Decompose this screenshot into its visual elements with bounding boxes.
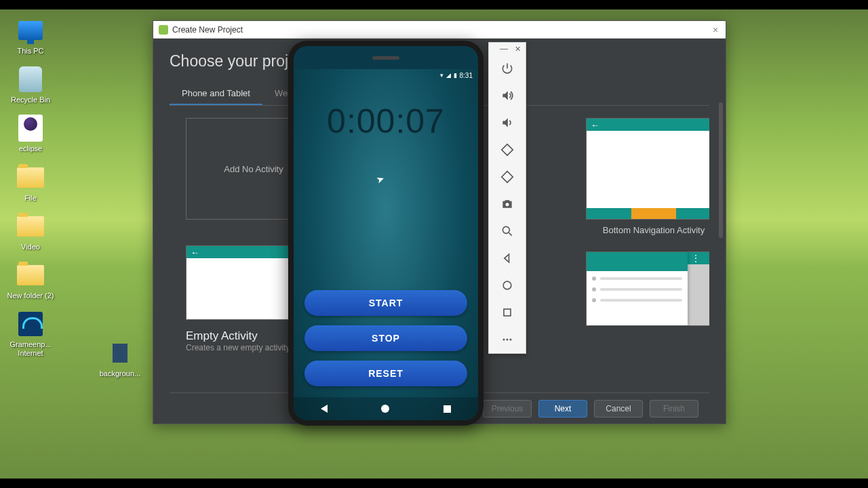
finish-button[interactable]: Finish	[650, 400, 698, 418]
desktop-icon-label: backgroun...	[96, 369, 144, 378]
desktop-icon-grameenphone[interactable]: Grameenp... Internet	[7, 310, 54, 358]
toolbar-minimize-button[interactable]: —	[498, 44, 510, 54]
template-navigation-drawer[interactable]: ⋮	[586, 251, 709, 326]
back-arrow-icon: ←	[191, 247, 199, 258]
file-icon	[113, 344, 127, 363]
triangle-back-icon	[500, 251, 514, 265]
status-time: 8:31	[460, 72, 473, 79]
svg-line-4	[509, 233, 512, 236]
desktop-icon-new-folder[interactable]: New folder (2)	[7, 261, 54, 300]
desktop-icons: This PC Recycle Bin eclipse File Video N…	[7, 16, 61, 368]
folder-icon	[17, 265, 44, 285]
desktop-icon-file[interactable]: File	[7, 163, 54, 203]
desktop: This PC Recycle Bin eclipse File Video N…	[0, 0, 868, 488]
more-icon: ⋮	[692, 253, 700, 263]
volume-down-button[interactable]	[489, 109, 526, 136]
desktop-icon-label: eclipse	[7, 144, 54, 153]
timer-display: 0:00:07	[294, 81, 478, 148]
desktop-icon-recycle-bin[interactable]: Recycle Bin	[7, 65, 54, 104]
nav-home-button[interactable]	[381, 405, 389, 413]
recycle-bin-icon	[19, 66, 42, 92]
desktop-icon-this-pc[interactable]: This PC	[7, 16, 54, 56]
folder-icon	[17, 216, 44, 237]
svg-point-5	[503, 281, 511, 289]
desktop-icon-eclipse[interactable]: eclipse	[7, 114, 54, 153]
desktop-icon-background[interactable]: backgroun...	[96, 339, 144, 378]
template-bottom-navigation[interactable]: ← ⋮	[586, 118, 709, 220]
nav-recents-button[interactable]	[443, 405, 451, 413]
volume-down-icon	[500, 116, 514, 129]
svg-point-3	[502, 226, 509, 233]
svg-point-9	[510, 339, 512, 341]
dialog-close-button[interactable]: ×	[711, 25, 720, 35]
more-horizontal-icon	[500, 333, 514, 346]
camera-icon	[500, 197, 514, 211]
circle-home-icon	[500, 279, 514, 292]
dialog-title: Create New Project	[172, 25, 243, 35]
cancel-button[interactable]: Cancel	[594, 400, 643, 418]
rotate-left-button[interactable]	[489, 136, 526, 163]
svg-point-7	[503, 339, 505, 341]
svg-point-8	[507, 339, 509, 341]
square-overview-icon	[500, 306, 514, 319]
template-label: Add No Activity	[224, 164, 283, 174]
rotate-right-button[interactable]	[489, 163, 526, 190]
desktop-icon-label: Grameenp... Internet	[7, 340, 54, 358]
folder-icon	[17, 167, 44, 188]
letterbox-bottom	[0, 479, 868, 488]
phone-speaker	[372, 56, 399, 60]
reset-button[interactable]: RESET	[304, 361, 467, 386]
status-bar: ▾ ◢ ▮ 8:31	[294, 69, 478, 81]
screenshot-button[interactable]	[489, 190, 526, 218]
scrollbar[interactable]	[719, 102, 723, 238]
start-button[interactable]: START	[304, 290, 467, 316]
desktop-icon-label: New folder (2)	[7, 291, 54, 300]
desktop-icon-video[interactable]: Video	[7, 212, 54, 251]
volume-up-button[interactable]	[489, 82, 526, 109]
volume-up-icon	[500, 89, 514, 102]
phone-bezel-top	[294, 46, 478, 69]
zoom-icon	[500, 224, 514, 238]
battery-icon: ▮	[454, 72, 457, 79]
more-icon: ⋮	[709, 120, 709, 129]
template-label: Bottom Navigation Activity	[586, 225, 709, 235]
dialog-titlebar[interactable]: Create New Project ×	[153, 21, 726, 39]
more-button[interactable]	[489, 326, 526, 353]
desktop-icon-label: This PC	[7, 47, 54, 56]
next-button[interactable]: Next	[538, 400, 587, 418]
telenor-icon	[18, 312, 43, 336]
nav-back-button[interactable]	[321, 405, 328, 413]
android-navbar	[294, 397, 478, 420]
tab-phone-tablet[interactable]: Phone and Tablet	[170, 83, 262, 105]
power-button[interactable]	[489, 55, 526, 82]
stop-button[interactable]: STOP	[304, 325, 467, 351]
wifi-icon: ▾	[440, 72, 443, 79]
desktop-icon-label: Recycle Bin	[7, 96, 54, 104]
toolbar-close-button[interactable]: ✕	[513, 45, 523, 54]
zoom-button[interactable]	[489, 218, 526, 245]
rotate-left-icon	[500, 143, 514, 157]
desktop-icon-label: File	[7, 194, 54, 203]
pc-icon	[18, 21, 43, 40]
svg-rect-6	[504, 309, 511, 316]
svg-rect-1	[502, 171, 513, 182]
phone-screen[interactable]: ▾ ◢ ▮ 8:31 0:00:07 ➤ START STOP RESET	[294, 69, 478, 420]
signal-icon: ◢	[446, 72, 451, 79]
mouse-cursor-icon: ➤	[375, 172, 387, 185]
overview-button[interactable]	[489, 299, 526, 326]
previous-button[interactable]: Previous	[483, 400, 532, 418]
back-button[interactable]	[489, 245, 526, 272]
power-icon	[500, 62, 514, 75]
svg-point-2	[506, 203, 509, 206]
emulator-toolbar: — ✕	[488, 42, 526, 354]
svg-rect-0	[502, 144, 513, 155]
android-studio-icon	[159, 25, 168, 35]
back-arrow-icon: ←	[591, 120, 599, 130]
letterbox-top	[0, 0, 868, 9]
rotate-right-icon	[500, 170, 514, 184]
eclipse-icon	[18, 115, 43, 142]
emulator-phone: ▾ ◢ ▮ 8:31 0:00:07 ➤ START STOP RESET	[288, 41, 484, 426]
home-button[interactable]	[489, 272, 526, 299]
desktop-icon-label: Video	[7, 243, 54, 251]
